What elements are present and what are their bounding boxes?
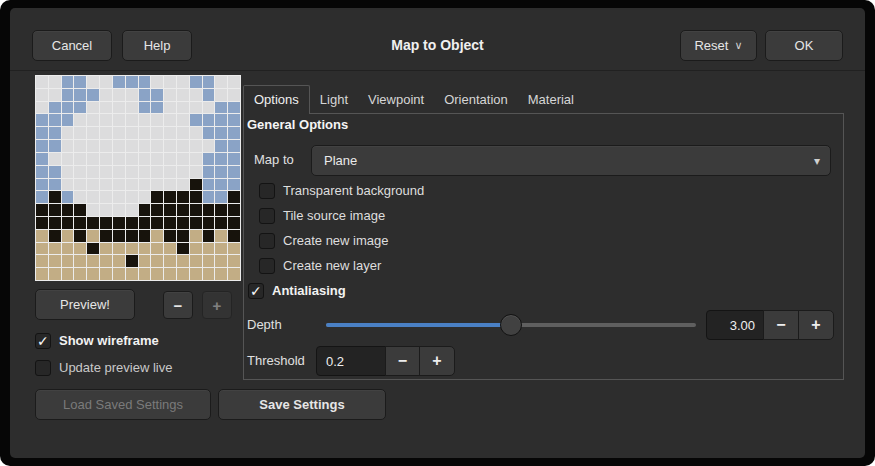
reset-button[interactable]: Reset ∨ xyxy=(680,30,757,61)
create-new-image-row: Create new image xyxy=(259,232,389,249)
tab-bar: Options Light Viewpoint Orientation Mate… xyxy=(243,85,844,113)
map-to-object-dialog: Cancel Help Map to Object Reset ∨ OK Pre… xyxy=(10,8,865,458)
create-new-layer-row: Create new layer xyxy=(259,257,381,274)
map-to-dropdown[interactable]: Plane ▾ xyxy=(311,145,831,176)
tab-viewpoint[interactable]: Viewpoint xyxy=(358,87,434,113)
threshold-increment-button[interactable]: + xyxy=(419,346,455,376)
plus-icon: + xyxy=(432,352,441,370)
update-preview-live-label: Update preview live xyxy=(59,360,172,375)
ok-button[interactable]: OK xyxy=(765,30,843,61)
settings-panel: Options Light Viewpoint Orientation Mate… xyxy=(243,85,844,380)
save-settings-button[interactable]: Save Settings xyxy=(218,389,386,420)
preview-image xyxy=(35,75,241,281)
update-preview-live-checkbox[interactable] xyxy=(35,360,51,376)
tile-source-image-checkbox[interactable] xyxy=(259,208,275,224)
threshold-value-field[interactable]: 0.2 xyxy=(316,346,386,376)
create-new-layer-checkbox[interactable] xyxy=(259,258,275,274)
threshold-decrement-button[interactable]: − xyxy=(385,346,420,376)
update-preview-live-row: Update preview live xyxy=(35,359,172,376)
map-to-object-window: Cancel Help Map to Object Reset ∨ OK Pre… xyxy=(0,0,875,466)
chevron-down-icon: ▾ xyxy=(814,154,830,168)
create-new-image-label: Create new image xyxy=(283,233,389,248)
depth-slider-fill xyxy=(326,323,511,327)
chevron-down-icon: ∨ xyxy=(734,40,742,51)
transparent-background-row: Transparent background xyxy=(259,182,424,199)
zoom-in-button: + xyxy=(202,291,232,319)
tile-source-image-row: Tile source image xyxy=(259,207,385,224)
minus-icon: − xyxy=(776,316,785,334)
options-tab-panel: General Options Map to Plane ▾ Transpare… xyxy=(243,113,844,380)
show-wireframe-label: Show wireframe xyxy=(59,333,159,348)
preview-button[interactable]: Preview! xyxy=(35,289,135,320)
depth-decrement-button[interactable]: − xyxy=(763,310,799,340)
general-options-title: General Options xyxy=(247,117,348,132)
depth-increment-button[interactable]: + xyxy=(798,310,834,340)
antialiasing-row: Antialiasing xyxy=(248,282,346,299)
transparent-background-checkbox[interactable] xyxy=(259,183,275,199)
depth-slider[interactable] xyxy=(326,310,696,340)
depth-slider-handle[interactable] xyxy=(500,314,522,336)
depth-label: Depth xyxy=(247,310,282,340)
depth-value-field[interactable]: 3.00 xyxy=(706,310,764,340)
plus-icon: + xyxy=(213,297,222,314)
threshold-label: Threshold xyxy=(247,346,305,376)
map-to-label: Map to xyxy=(254,144,294,175)
reset-label: Reset xyxy=(694,38,728,53)
show-wireframe-checkbox[interactable] xyxy=(35,333,51,349)
antialiasing-checkbox[interactable] xyxy=(248,283,264,299)
transparent-background-label: Transparent background xyxy=(283,183,424,198)
show-wireframe-row: Show wireframe xyxy=(35,332,159,349)
tab-orientation[interactable]: Orientation xyxy=(434,87,518,113)
create-new-image-checkbox[interactable] xyxy=(259,233,275,249)
map-to-value: Plane xyxy=(312,153,357,168)
titlebar: Cancel Help Map to Object Reset ∨ OK xyxy=(10,8,865,71)
tab-options[interactable]: Options xyxy=(243,85,310,114)
zoom-out-button[interactable]: − xyxy=(163,291,193,319)
tile-source-image-label: Tile source image xyxy=(283,208,385,223)
create-new-layer-label: Create new layer xyxy=(283,258,381,273)
tab-material[interactable]: Material xyxy=(518,87,584,113)
minus-icon: − xyxy=(398,352,407,370)
minus-icon: − xyxy=(174,297,183,314)
tab-light[interactable]: Light xyxy=(310,87,358,113)
load-saved-settings-button: Load Saved Settings xyxy=(35,389,211,420)
plus-icon: + xyxy=(811,316,820,334)
antialiasing-label: Antialiasing xyxy=(272,283,346,298)
